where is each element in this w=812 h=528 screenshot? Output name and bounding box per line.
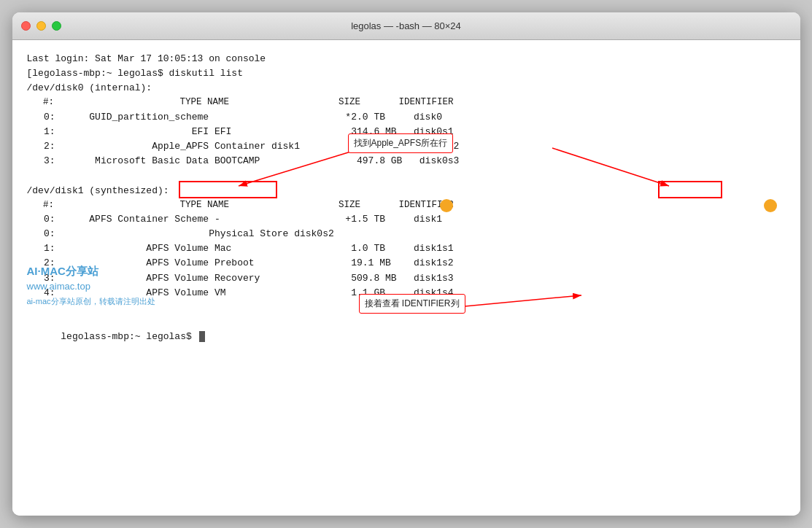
term-line: #: TYPE NAME SIZE IDENTIFIER: [27, 198, 786, 212]
term-line: 0: GUID_partition_scheme *2.0 TB disk0: [27, 110, 786, 125]
terminal-body[interactable]: Last login: Sat Mar 17 10:05:13 on conso…: [12, 40, 800, 516]
term-line: /dev/disk1 (synthesized):: [27, 184, 786, 198]
close-button[interactable]: [21, 21, 31, 31]
terminal-window: legolas — -bash — 80×24 Last login: Sat …: [12, 12, 800, 516]
term-line: 2: Apple_APFS Container disk1 1.5 TB dis…: [27, 139, 786, 154]
term-spacer: [27, 168, 786, 183]
term-line: 3: Microsoft Basic Data BOOTCAMP 497.8 G…: [27, 154, 786, 168]
titlebar: legolas — -bash — 80×24: [12, 12, 800, 40]
term-line: #: TYPE NAME SIZE IDENTIFIER: [27, 96, 786, 109]
term-line: /dev/disk0 (internal):: [27, 81, 786, 96]
watermark-line3: ai-mac分享站原创，转载请注明出处: [27, 295, 155, 308]
minimize-button[interactable]: [36, 21, 46, 31]
maximize-button[interactable]: [52, 21, 61, 31]
term-line: 1: EFI EFI 314.6 MB disk0s1: [27, 125, 786, 139]
term-line: 1: APFS Volume Mac 1.0 TB disk1s1: [27, 241, 786, 256]
term-line: 0: Physical Store disk0s2: [27, 227, 786, 241]
term-line: Last login: Sat Mar 17 10:05:13 on conso…: [27, 52, 786, 66]
term-line: 0: APFS Container Scheme - +1.5 TB disk1: [27, 212, 786, 227]
watermark-line2: www.aimac.top: [27, 279, 155, 294]
watermark: AI·MAC分享站 www.aimac.top ai-mac分享站原创，转载请注…: [27, 263, 155, 308]
watermark-line1: AI·MAC分享站: [27, 263, 155, 279]
term-line: [legolass-mbp:~ legolas$ diskutil list: [27, 66, 786, 81]
term-prompt: legolass-mbp:~ legolas$: [27, 315, 786, 359]
traffic-lights: [21, 21, 61, 31]
window-title: legolas — -bash — 80×24: [351, 20, 461, 31]
cursor: [199, 331, 205, 342]
